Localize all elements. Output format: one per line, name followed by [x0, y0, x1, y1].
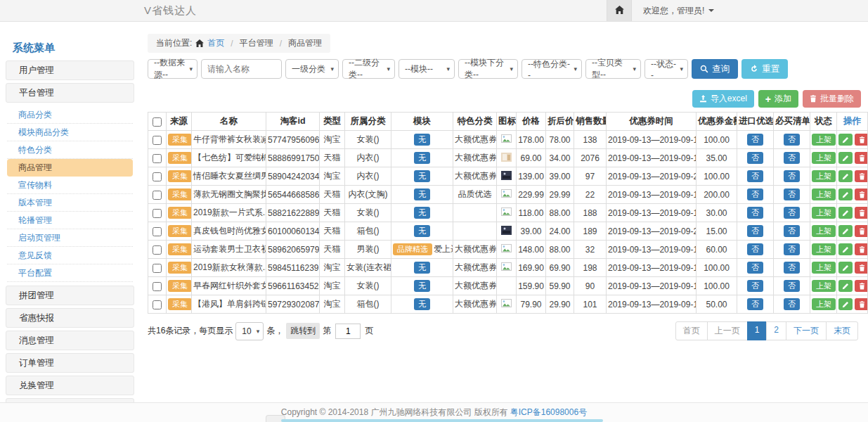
- imported-toggle[interactable]: 否: [747, 298, 763, 311]
- sidebar-group-2[interactable]: 拼团管理: [6, 286, 134, 305]
- row-checkbox[interactable]: [153, 245, 162, 255]
- home-button[interactable]: [607, 0, 632, 21]
- imported-toggle[interactable]: 否: [747, 134, 763, 146]
- must-buy-toggle[interactable]: 否: [784, 188, 800, 201]
- filter-select-2[interactable]: 一级分类▾: [285, 59, 339, 79]
- must-buy-toggle[interactable]: 否: [784, 152, 800, 165]
- sidebar-group-0[interactable]: 用户管理: [6, 60, 134, 80]
- edit-button[interactable]: [838, 152, 853, 164]
- row-checkbox[interactable]: [153, 227, 162, 236]
- delete-button[interactable]: [855, 152, 868, 164]
- imported-toggle[interactable]: 否: [747, 170, 763, 183]
- batch-delete-button[interactable]: 批量删除: [803, 90, 861, 108]
- delete-button[interactable]: [855, 225, 868, 237]
- must-buy-toggle[interactable]: 否: [784, 280, 800, 293]
- select-all-checkbox[interactable]: [153, 117, 162, 127]
- name-search-input[interactable]: [201, 59, 282, 79]
- sidebar-item-9[interactable]: 平台配置: [7, 264, 133, 282]
- edit-button[interactable]: [838, 134, 853, 146]
- status-badge[interactable]: 上架: [812, 207, 836, 219]
- imported-toggle[interactable]: 否: [747, 280, 763, 293]
- page-button-4[interactable]: 下一页: [786, 321, 827, 340]
- edit-button[interactable]: [838, 225, 853, 237]
- imported-toggle[interactable]: 否: [747, 243, 763, 256]
- must-buy-toggle[interactable]: 否: [784, 207, 800, 219]
- edit-button[interactable]: [838, 298, 853, 310]
- row-checkbox[interactable]: [153, 136, 162, 145]
- edit-button[interactable]: [838, 188, 853, 200]
- must-buy-toggle[interactable]: 否: [784, 262, 800, 274]
- imported-toggle[interactable]: 否: [747, 262, 763, 274]
- must-buy-toggle[interactable]: 否: [784, 134, 800, 146]
- sidebar-item-2[interactable]: 特色分类: [7, 141, 133, 159]
- filter-select-4[interactable]: --模块--▾: [399, 59, 455, 79]
- row-checkbox[interactable]: [153, 300, 162, 309]
- imported-toggle[interactable]: 否: [747, 207, 763, 219]
- query-button[interactable]: 查询: [692, 59, 738, 79]
- import-excel-button[interactable]: 导入excel: [692, 90, 754, 108]
- status-badge[interactable]: 上架: [812, 280, 836, 293]
- jump-page-input[interactable]: [335, 324, 361, 339]
- delete-button[interactable]: [855, 170, 868, 182]
- icp-link[interactable]: 粤ICP备16098006号: [510, 407, 587, 418]
- page-button-1[interactable]: 上一页: [707, 321, 748, 340]
- page-button-5[interactable]: 末页: [826, 321, 858, 340]
- status-badge[interactable]: 上架: [812, 152, 836, 165]
- status-badge[interactable]: 上架: [812, 134, 836, 146]
- page-button-0[interactable]: 首页: [675, 321, 708, 340]
- status-badge[interactable]: 上架: [812, 225, 836, 238]
- must-buy-toggle[interactable]: 否: [784, 170, 800, 183]
- delete-button[interactable]: [855, 134, 868, 146]
- sidebar-item-1[interactable]: 模块商品分类: [7, 124, 133, 141]
- delete-button[interactable]: [855, 207, 868, 219]
- delete-button[interactable]: [855, 298, 868, 310]
- sidebar-group-5[interactable]: 订单管理: [6, 353, 134, 373]
- sidebar-item-0[interactable]: 商品分类: [7, 106, 133, 124]
- page-button-3[interactable]: 2: [766, 321, 786, 340]
- status-badge[interactable]: 上架: [812, 243, 836, 256]
- filter-select-0[interactable]: --数据来源--▾: [148, 59, 197, 79]
- status-badge[interactable]: 上架: [812, 262, 836, 274]
- status-badge[interactable]: 上架: [812, 188, 836, 201]
- row-checkbox[interactable]: [153, 264, 162, 273]
- status-badge[interactable]: 上架: [812, 170, 836, 183]
- reset-button[interactable]: 重置: [741, 59, 788, 79]
- must-buy-toggle[interactable]: 否: [784, 298, 800, 311]
- page-button-2[interactable]: 1: [747, 321, 767, 340]
- sidebar-item-4[interactable]: 宣传物料: [7, 177, 133, 194]
- edit-button[interactable]: [838, 170, 853, 182]
- imported-toggle[interactable]: 否: [747, 225, 763, 238]
- sidebar-item-3[interactable]: 商品管理: [7, 159, 133, 177]
- edit-button[interactable]: [838, 262, 853, 274]
- delete-button[interactable]: [855, 243, 868, 255]
- filter-select-5[interactable]: --模块下分类--▾: [458, 59, 518, 79]
- filter-select-3[interactable]: --二级分类--▾: [342, 59, 395, 79]
- breadcrumb-home-link[interactable]: 首页: [207, 37, 224, 49]
- filter-select-6[interactable]: --特色分类--▾: [522, 59, 582, 79]
- row-checkbox[interactable]: [153, 154, 162, 163]
- sidebar-group-3[interactable]: 省惠快报: [6, 308, 134, 328]
- sidebar-group-1[interactable]: 平台管理: [6, 83, 134, 103]
- sidebar-group-4[interactable]: 消息管理: [6, 331, 134, 350]
- row-checkbox[interactable]: [153, 209, 162, 218]
- jump-button[interactable]: 跳转到: [286, 323, 320, 339]
- edit-button[interactable]: [838, 207, 853, 219]
- sidebar-item-8[interactable]: 意见反馈: [7, 247, 133, 264]
- row-checkbox[interactable]: [153, 282, 162, 291]
- filter-select-8[interactable]: --状态--▾: [644, 59, 688, 79]
- must-buy-toggle[interactable]: 否: [784, 225, 800, 238]
- sidebar-group-6[interactable]: 兑换管理: [6, 376, 134, 395]
- row-checkbox[interactable]: [153, 191, 162, 200]
- delete-button[interactable]: [855, 262, 868, 274]
- delete-button[interactable]: [855, 280, 868, 292]
- add-button[interactable]: + 添加: [758, 90, 798, 108]
- edit-button[interactable]: [838, 243, 853, 255]
- edit-button[interactable]: [838, 280, 853, 292]
- imported-toggle[interactable]: 否: [747, 188, 763, 201]
- bottom-scrollbar[interactable]: [281, 419, 603, 422]
- sidebar-item-7[interactable]: 启动页管理: [7, 229, 133, 247]
- imported-toggle[interactable]: 否: [747, 152, 763, 165]
- sidebar-item-5[interactable]: 版本管理: [7, 194, 133, 212]
- delete-button[interactable]: [855, 188, 868, 200]
- user-menu[interactable]: 欢迎您，管理员!: [643, 5, 714, 17]
